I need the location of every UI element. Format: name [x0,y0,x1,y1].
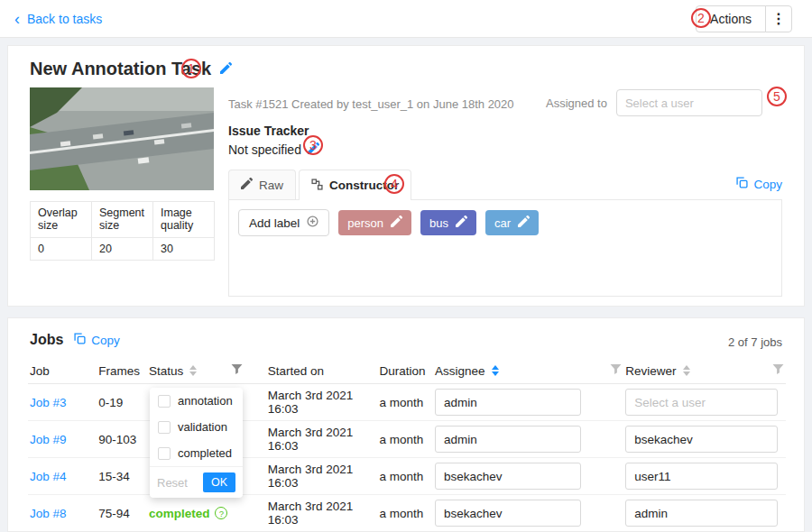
task-params-table: Overlap size Segment size Image quality … [30,201,215,261]
checkbox-completed[interactable] [158,447,171,460]
copy-labels-button[interactable]: Copy [736,177,782,191]
edit-label-person-icon[interactable] [391,216,402,230]
job-duration: a month [378,421,434,458]
job-link[interactable]: Job #4 [30,470,67,483]
filter-option-validation-label: validation [178,420,227,434]
job-frames: 75-94 [97,495,147,532]
assigned-to-group: Assigned to [546,89,762,116]
edit-title-icon[interactable] [220,61,232,78]
filter-ok-button[interactable]: OK [203,472,235,492]
assignee-filter-icon[interactable] [610,363,622,375]
job-assignee-input[interactable] [435,463,581,490]
col-status-filter [229,358,265,384]
param-header-segment: Segment size [92,202,153,238]
edit-label-bus-icon[interactable] [456,216,467,230]
callout-2: 2 [691,8,711,28]
jobs-card: Jobs Copy 2 of 7 jobs Job Frames Status [7,317,805,532]
checkbox-validation[interactable] [158,421,171,434]
param-header-overlap: Overlap size [31,202,92,238]
job-duration: a month [378,458,434,495]
assigned-to-input[interactable] [616,89,762,116]
job-assignee-input[interactable] [435,500,581,527]
add-label-button[interactable]: Add label [238,209,329,236]
col-status[interactable]: Status [147,358,230,384]
job-frames: 0-19 [97,384,147,421]
jobs-header: Jobs Copy [30,332,120,348]
job-started: March 3rd 2021 16:03 [266,384,378,421]
col-assignee-label: Assignee [435,364,485,378]
col-started: Started on [266,358,378,384]
col-reviewer[interactable]: Reviewer [623,358,762,384]
param-value-quality: 30 [153,238,215,261]
job-assignee-input[interactable] [435,426,581,453]
label-tag-person-name: person [347,216,383,230]
col-assignee-filter [589,358,623,384]
copy-label: Copy [753,178,782,191]
job-link[interactable]: Job #3 [30,396,67,409]
tab-raw[interactable]: Raw [228,170,296,199]
copy-icon [74,333,86,347]
jobs-count: 2 of 7 jobs [728,335,782,349]
filter-option-annotation-label: annotation [178,394,233,408]
status-filter-icon[interactable] [231,363,243,375]
label-tag-car-name: car [494,216,511,230]
callout-4: 4 [384,174,404,194]
job-link[interactable]: Job #8 [30,507,67,520]
jobs-table-header-row: Job Frames Status Started on Duration [28,358,786,384]
checkbox-annotation[interactable] [158,395,171,408]
job-status-text: completed [149,507,210,520]
col-frames: Frames [97,358,147,384]
add-label-text: Add label [249,216,300,230]
col-job: Job [28,358,97,384]
job-reviewer-input[interactable] [625,389,778,416]
filter-option-completed-label: completed [178,446,232,460]
job-reviewer-input[interactable] [625,500,778,527]
task-preview-image [30,87,214,190]
job-row-3: Job #4 15-34 March 3rd 2021 16:03 a mont… [28,458,786,495]
job-frames: 90-103 [97,421,147,458]
label-tag-bus: bus [420,210,476,235]
task-meta: Task #1521 Created by test_user_1 on Jun… [228,97,514,111]
assignee-sort-icon[interactable] [492,365,499,376]
job-started: March 3rd 2021 16:03 [266,421,378,458]
job-row-1: Job #3 0-19 March 3rd 2021 16:03 a month [28,384,786,421]
filter-option-annotation[interactable]: annotation [150,388,243,414]
status-sort-icon[interactable] [189,365,197,376]
job-started: March 3rd 2021 16:03 [266,495,378,532]
callout-5: 5 [767,87,787,106]
question-circle-icon[interactable]: ? [215,507,227,519]
label-tag-person: person [338,210,411,235]
edit-label-car-icon[interactable] [518,216,530,230]
tab-raw-label: Raw [259,179,283,192]
reviewer-sort-icon[interactable] [683,365,690,376]
param-value-overlap: 0 [31,238,92,261]
labels-editor-tabs: Raw Constructor Copy [228,170,782,200]
job-frames: 15-34 [97,458,147,495]
col-assignee[interactable]: Assignee [433,358,589,384]
back-link[interactable]: ‹ Back to tasks [14,11,102,27]
assigned-to-label: Assigned to [546,96,607,110]
callout-1: 1 [181,59,201,78]
more-menu-button[interactable]: ⋮ [765,5,792,32]
copy-jobs-button[interactable]: Copy [74,333,120,347]
jobs-title: Jobs [30,332,63,348]
jobs-table: Job Frames Status Started on Duration [28,358,786,532]
job-status: completed ? [149,507,228,520]
filter-option-completed[interactable]: completed [150,440,243,466]
issue-tracker-label: Issue Tracker [228,124,309,138]
job-reviewer-input[interactable] [625,463,778,490]
job-assignee-input[interactable] [435,389,581,416]
labels-constructor-panel: Add label person bus car [228,200,782,297]
topbar: ‹ Back to tasks Actions ⋮ [0,0,812,38]
copy-icon [736,177,748,191]
col-status-label: Status [149,364,183,378]
col-reviewer-label: Reviewer [625,364,676,378]
job-reviewer-input[interactable] [625,426,778,453]
job-started: March 3rd 2021 16:03 [266,458,378,495]
reviewer-filter-icon[interactable] [772,363,784,375]
filter-reset-button[interactable]: Reset [157,476,188,490]
label-tag-bus-name: bus [429,216,448,230]
filter-option-validation[interactable]: validation [150,414,243,440]
issue-tracker-value: Not specified [228,142,301,157]
job-link[interactable]: Job #9 [30,433,67,446]
